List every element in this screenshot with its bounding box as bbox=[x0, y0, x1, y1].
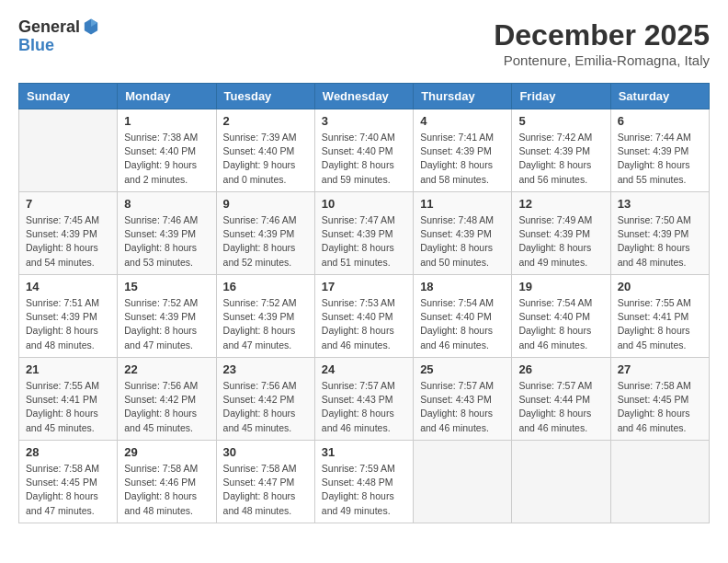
day-number: 30 bbox=[223, 445, 308, 459]
calendar-cell: 19Sunrise: 7:54 AMSunset: 4:40 PMDayligh… bbox=[512, 275, 610, 358]
day-of-week-header: Thursday bbox=[414, 84, 512, 109]
day-info: Sunrise: 7:57 AMSunset: 4:44 PMDaylight:… bbox=[518, 379, 603, 435]
calendar-cell: 7Sunrise: 7:45 AMSunset: 4:39 PMDaylight… bbox=[19, 192, 118, 275]
calendar-cell: 8Sunrise: 7:46 AMSunset: 4:39 PMDaylight… bbox=[118, 192, 216, 275]
day-number: 11 bbox=[420, 197, 505, 211]
calendar-cell: 10Sunrise: 7:47 AMSunset: 4:39 PMDayligh… bbox=[314, 192, 413, 275]
day-info: Sunrise: 7:54 AMSunset: 4:40 PMDaylight:… bbox=[420, 296, 505, 352]
calendar-cell: 23Sunrise: 7:56 AMSunset: 4:42 PMDayligh… bbox=[216, 358, 314, 441]
day-info: Sunrise: 7:51 AMSunset: 4:39 PMDaylight:… bbox=[26, 296, 110, 352]
calendar-week-row: 14Sunrise: 7:51 AMSunset: 4:39 PMDayligh… bbox=[19, 275, 710, 358]
calendar-cell: 31Sunrise: 7:59 AMSunset: 4:48 PMDayligh… bbox=[314, 441, 413, 523]
day-of-week-header: Friday bbox=[512, 84, 610, 109]
calendar-cell: 6Sunrise: 7:44 AMSunset: 4:39 PMDaylight… bbox=[610, 109, 709, 192]
day-number: 5 bbox=[518, 114, 603, 128]
day-number: 6 bbox=[618, 114, 702, 128]
day-info: Sunrise: 7:40 AMSunset: 4:40 PMDaylight:… bbox=[322, 131, 406, 187]
day-of-week-header: Saturday bbox=[610, 84, 709, 109]
day-info: Sunrise: 7:58 AMSunset: 4:46 PMDaylight:… bbox=[124, 462, 209, 518]
calendar-cell bbox=[610, 441, 709, 523]
day-number: 1 bbox=[124, 114, 209, 128]
day-number: 28 bbox=[26, 445, 110, 459]
day-of-week-header: Sunday bbox=[19, 84, 118, 109]
day-number: 25 bbox=[420, 362, 505, 376]
day-number: 15 bbox=[124, 280, 209, 293]
day-info: Sunrise: 7:44 AMSunset: 4:39 PMDaylight:… bbox=[618, 131, 702, 187]
day-number: 3 bbox=[322, 114, 406, 128]
day-number: 17 bbox=[322, 280, 406, 293]
header: General Blue December 2025 Pontenure, Em… bbox=[18, 18, 710, 68]
calendar-cell bbox=[19, 109, 118, 192]
day-number: 26 bbox=[518, 362, 603, 376]
day-number: 19 bbox=[518, 280, 603, 293]
calendar-cell: 28Sunrise: 7:58 AMSunset: 4:45 PMDayligh… bbox=[19, 441, 118, 523]
calendar-cell: 29Sunrise: 7:58 AMSunset: 4:46 PMDayligh… bbox=[118, 441, 216, 523]
day-number: 9 bbox=[223, 197, 308, 211]
calendar-cell: 18Sunrise: 7:54 AMSunset: 4:40 PMDayligh… bbox=[414, 275, 512, 358]
calendar-cell: 14Sunrise: 7:51 AMSunset: 4:39 PMDayligh… bbox=[19, 275, 118, 358]
day-number: 23 bbox=[223, 362, 308, 376]
day-number: 8 bbox=[124, 197, 209, 211]
day-number: 16 bbox=[223, 280, 308, 293]
day-of-week-header: Monday bbox=[118, 84, 216, 109]
day-number: 4 bbox=[420, 114, 505, 128]
month-title: December 2025 bbox=[494, 18, 710, 52]
calendar-cell: 25Sunrise: 7:57 AMSunset: 4:43 PMDayligh… bbox=[414, 358, 512, 441]
day-number: 22 bbox=[124, 362, 209, 376]
calendar-week-row: 21Sunrise: 7:55 AMSunset: 4:41 PMDayligh… bbox=[19, 358, 710, 441]
day-info: Sunrise: 7:46 AMSunset: 4:39 PMDaylight:… bbox=[223, 213, 308, 270]
day-info: Sunrise: 7:45 AMSunset: 4:39 PMDaylight:… bbox=[26, 213, 110, 270]
calendar-cell bbox=[414, 441, 512, 523]
calendar-week-row: 7Sunrise: 7:45 AMSunset: 4:39 PMDaylight… bbox=[19, 192, 710, 275]
day-info: Sunrise: 7:38 AMSunset: 4:40 PMDaylight:… bbox=[124, 131, 209, 187]
logo-icon bbox=[82, 17, 100, 36]
calendar-cell: 15Sunrise: 7:52 AMSunset: 4:39 PMDayligh… bbox=[118, 275, 216, 358]
day-info: Sunrise: 7:56 AMSunset: 4:42 PMDaylight:… bbox=[124, 379, 209, 435]
day-number: 10 bbox=[322, 197, 406, 211]
day-info: Sunrise: 7:55 AMSunset: 4:41 PMDaylight:… bbox=[26, 379, 110, 435]
calendar-cell: 16Sunrise: 7:52 AMSunset: 4:39 PMDayligh… bbox=[216, 275, 314, 358]
day-number: 2 bbox=[223, 114, 308, 128]
day-info: Sunrise: 7:54 AMSunset: 4:40 PMDaylight:… bbox=[518, 296, 603, 352]
calendar-cell: 13Sunrise: 7:50 AMSunset: 4:39 PMDayligh… bbox=[610, 192, 709, 275]
calendar-cell: 26Sunrise: 7:57 AMSunset: 4:44 PMDayligh… bbox=[512, 358, 610, 441]
day-info: Sunrise: 7:50 AMSunset: 4:39 PMDaylight:… bbox=[618, 213, 702, 270]
day-info: Sunrise: 7:56 AMSunset: 4:42 PMDaylight:… bbox=[223, 379, 308, 435]
day-info: Sunrise: 7:52 AMSunset: 4:39 PMDaylight:… bbox=[223, 296, 308, 352]
calendar-cell: 17Sunrise: 7:53 AMSunset: 4:40 PMDayligh… bbox=[314, 275, 413, 358]
calendar-cell: 2Sunrise: 7:39 AMSunset: 4:40 PMDaylight… bbox=[216, 109, 314, 192]
logo-text: General Blue bbox=[18, 18, 100, 55]
calendar: SundayMondayTuesdayWednesdayThursdayFrid… bbox=[18, 83, 710, 523]
calendar-cell: 3Sunrise: 7:40 AMSunset: 4:40 PMDaylight… bbox=[314, 109, 413, 192]
day-info: Sunrise: 7:58 AMSunset: 4:45 PMDaylight:… bbox=[26, 462, 110, 518]
day-number: 27 bbox=[618, 362, 702, 376]
day-info: Sunrise: 7:57 AMSunset: 4:43 PMDaylight:… bbox=[322, 379, 406, 435]
calendar-cell: 1Sunrise: 7:38 AMSunset: 4:40 PMDaylight… bbox=[118, 109, 216, 192]
calendar-cell: 30Sunrise: 7:58 AMSunset: 4:47 PMDayligh… bbox=[216, 441, 314, 523]
calendar-week-row: 1Sunrise: 7:38 AMSunset: 4:40 PMDaylight… bbox=[19, 109, 710, 192]
logo-blue: Blue bbox=[18, 37, 100, 55]
location: Pontenure, Emilia-Romagna, Italy bbox=[494, 52, 710, 68]
day-number: 29 bbox=[124, 445, 209, 459]
calendar-week-row: 28Sunrise: 7:58 AMSunset: 4:45 PMDayligh… bbox=[19, 441, 710, 523]
day-info: Sunrise: 7:53 AMSunset: 4:40 PMDaylight:… bbox=[322, 296, 406, 352]
day-info: Sunrise: 7:41 AMSunset: 4:39 PMDaylight:… bbox=[420, 131, 505, 187]
calendar-cell: 27Sunrise: 7:58 AMSunset: 4:45 PMDayligh… bbox=[610, 358, 709, 441]
calendar-cell: 20Sunrise: 7:55 AMSunset: 4:41 PMDayligh… bbox=[610, 275, 709, 358]
title-block: December 2025 Pontenure, Emilia-Romagna,… bbox=[494, 18, 710, 68]
day-info: Sunrise: 7:47 AMSunset: 4:39 PMDaylight:… bbox=[322, 213, 406, 270]
day-of-week-header: Tuesday bbox=[216, 84, 314, 109]
calendar-cell: 4Sunrise: 7:41 AMSunset: 4:39 PMDaylight… bbox=[414, 109, 512, 192]
day-info: Sunrise: 7:39 AMSunset: 4:40 PMDaylight:… bbox=[223, 131, 308, 187]
calendar-cell: 11Sunrise: 7:48 AMSunset: 4:39 PMDayligh… bbox=[414, 192, 512, 275]
day-number: 14 bbox=[26, 280, 110, 293]
day-number: 7 bbox=[26, 197, 110, 211]
calendar-cell: 5Sunrise: 7:42 AMSunset: 4:39 PMDaylight… bbox=[512, 109, 610, 192]
day-number: 31 bbox=[322, 445, 406, 459]
calendar-cell: 22Sunrise: 7:56 AMSunset: 4:42 PMDayligh… bbox=[118, 358, 216, 441]
day-info: Sunrise: 7:48 AMSunset: 4:39 PMDaylight:… bbox=[420, 213, 505, 270]
day-info: Sunrise: 7:46 AMSunset: 4:39 PMDaylight:… bbox=[124, 213, 209, 270]
calendar-header-row: SundayMondayTuesdayWednesdayThursdayFrid… bbox=[19, 84, 710, 109]
day-info: Sunrise: 7:52 AMSunset: 4:39 PMDaylight:… bbox=[124, 296, 209, 352]
calendar-cell: 12Sunrise: 7:49 AMSunset: 4:39 PMDayligh… bbox=[512, 192, 610, 275]
